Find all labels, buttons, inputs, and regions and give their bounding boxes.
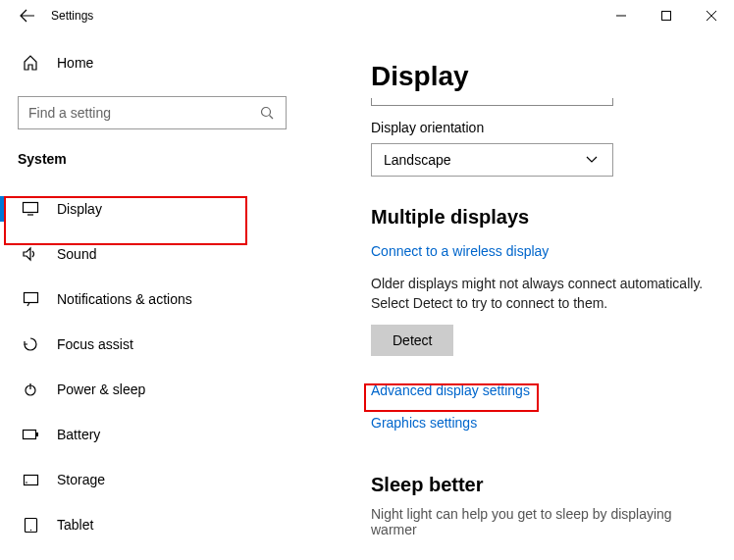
close-button[interactable] [689, 0, 734, 31]
search-box[interactable] [18, 96, 287, 129]
nav-label: Notifications & actions [57, 291, 192, 307]
nav-label: Battery [57, 427, 100, 442]
detect-button[interactable]: Detect [371, 325, 453, 356]
nav-item-power[interactable]: Power & sleep [0, 367, 304, 412]
svg-rect-3 [24, 293, 37, 303]
nav-label: Sound [57, 246, 96, 262]
svg-point-1 [262, 108, 271, 117]
tablet-icon [22, 516, 39, 534]
svg-rect-6 [36, 433, 38, 436]
nav-label: Display [57, 201, 102, 217]
nav-label: Storage [57, 472, 105, 487]
wireless-display-link[interactable]: Connect to a wireless display [371, 243, 549, 259]
home-icon [22, 54, 39, 72]
titlebar: Settings [0, 0, 734, 31]
battery-icon [22, 426, 39, 443]
nav-item-sound[interactable]: Sound [0, 231, 304, 277]
page-title: Display [371, 61, 734, 92]
monitor-icon [22, 200, 39, 218]
search-input[interactable] [28, 105, 258, 121]
home-nav[interactable]: Home [0, 43, 304, 82]
section-label: System [0, 151, 304, 167]
nav-label: Focus assist [57, 336, 133, 352]
storage-icon [22, 471, 39, 488]
nav-item-battery[interactable]: Battery [0, 412, 304, 457]
section-bracket [371, 98, 613, 106]
svg-rect-5 [24, 431, 36, 439]
maximize-button[interactable] [644, 0, 689, 31]
svg-rect-0 [662, 12, 671, 21]
sleep-better-desc: Night light can help you get to sleep by… [371, 506, 714, 537]
nav-item-tablet[interactable]: Tablet [0, 502, 304, 547]
search-icon [258, 104, 276, 122]
multiple-displays-heading: Multiple displays [371, 206, 734, 229]
advanced-display-link[interactable]: Advanced display settings [371, 382, 530, 398]
window-title: Settings [51, 9, 93, 23]
content-area: Display Display orientation Landscape Mu… [304, 31, 734, 560]
svg-rect-2 [24, 203, 38, 213]
orientation-dropdown[interactable]: Landscape [371, 143, 613, 177]
notifications-icon [22, 290, 39, 308]
chevron-down-icon [583, 151, 601, 169]
graphics-settings-link[interactable]: Graphics settings [371, 415, 477, 431]
home-label: Home [57, 55, 93, 71]
orientation-value: Landscape [384, 152, 451, 168]
nav-label: Power & sleep [57, 382, 145, 397]
window-controls [599, 0, 734, 31]
power-icon [22, 381, 39, 398]
sound-icon [22, 245, 39, 263]
nav-item-storage[interactable]: Storage [0, 457, 304, 502]
sidebar: Home System Display Sound Notifications … [0, 31, 304, 560]
svg-point-8 [26, 482, 27, 484]
back-button[interactable] [12, 0, 43, 31]
orientation-label: Display orientation [371, 120, 734, 135]
svg-rect-7 [24, 475, 37, 484]
nav-item-display[interactable]: Display [0, 186, 304, 231]
nav-label: Tablet [57, 517, 93, 533]
nav-item-focus[interactable]: Focus assist [0, 322, 304, 367]
svg-point-10 [29, 529, 30, 530]
older-displays-text: Older displays might not always connect … [371, 275, 714, 313]
focus-icon [22, 335, 39, 353]
nav-item-notifications[interactable]: Notifications & actions [0, 277, 304, 322]
sleep-better-heading: Sleep better [371, 474, 734, 496]
minimize-button[interactable] [599, 0, 644, 31]
